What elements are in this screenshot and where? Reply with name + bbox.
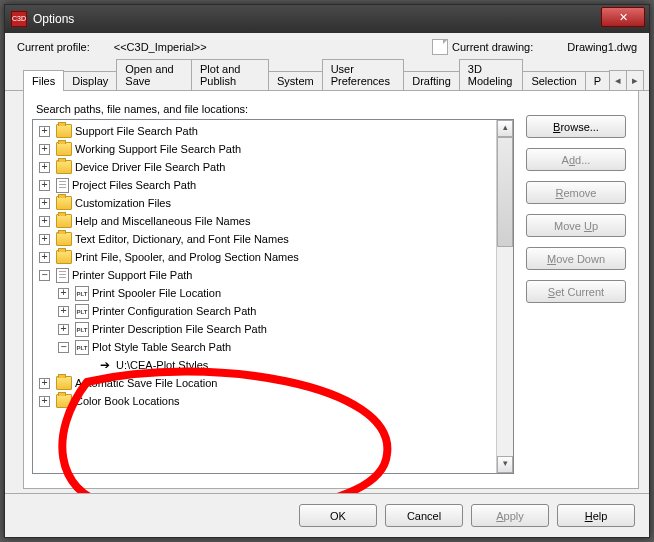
expand-icon[interactable]: + [58, 306, 69, 317]
expand-icon[interactable]: + [39, 216, 50, 227]
plt-file-icon: PLT [75, 340, 89, 355]
tree-node[interactable]: +Device Driver File Search Path [35, 158, 496, 176]
scroll-thumb[interactable] [497, 137, 513, 247]
tree-node-label: Support File Search Path [75, 125, 198, 137]
tree-node-label: Help and Miscellaneous File Names [75, 215, 250, 227]
tab-3d-modeling[interactable]: 3D Modeling [459, 59, 524, 90]
plt-file-icon: PLT [75, 286, 89, 301]
tree-node[interactable]: −Printer Support File Path [35, 266, 496, 284]
tree-node[interactable]: +Automatic Save File Location [35, 374, 496, 392]
apply-button[interactable]: Apply [471, 504, 549, 527]
drawing-icon [432, 39, 448, 55]
expand-icon[interactable]: + [58, 324, 69, 335]
tree-node[interactable]: ➔U:\CEA-Plot Styles [35, 356, 496, 374]
scrollbar-vertical[interactable]: ▴ ▾ [496, 120, 513, 473]
folder-icon [56, 232, 72, 246]
tree-node[interactable]: +Print File, Spooler, and Prolog Section… [35, 248, 496, 266]
button-column: Browse... Add... Remove Move Up Move Dow… [520, 99, 630, 480]
tree-node-label: Customization Files [75, 197, 171, 209]
drawing-label: Current drawing: [452, 41, 533, 53]
ok-button[interactable]: OK [299, 504, 377, 527]
scroll-up-button[interactable]: ▴ [497, 120, 513, 137]
tree-node-label: Plot Style Table Search Path [92, 341, 231, 353]
cancel-button[interactable]: Cancel [385, 504, 463, 527]
document-icon [56, 178, 69, 193]
tree-node-label: Print File, Spooler, and Prolog Section … [75, 251, 299, 263]
header-row: Current profile: <<C3D_Imperial>> Curren… [5, 33, 649, 57]
folder-icon [56, 376, 72, 390]
tree-node[interactable]: +Project Files Search Path [35, 176, 496, 194]
tree-node-label: Automatic Save File Location [75, 377, 217, 389]
folder-icon [56, 160, 72, 174]
scroll-track[interactable] [497, 137, 513, 456]
remove-button[interactable]: Remove [526, 181, 626, 204]
tree-node[interactable]: +Customization Files [35, 194, 496, 212]
tree-container: +Support File Search Path+Working Suppor… [32, 119, 514, 474]
folder-icon [56, 214, 72, 228]
tree-node-label: Device Driver File Search Path [75, 161, 225, 173]
expand-icon[interactable]: + [39, 234, 50, 245]
profile-value: <<C3D_Imperial>> [114, 41, 207, 53]
tree-node[interactable]: +Working Support File Search Path [35, 140, 496, 158]
tab-system[interactable]: System [268, 71, 323, 90]
expand-icon[interactable]: + [39, 198, 50, 209]
tree-node[interactable]: +Help and Miscellaneous File Names [35, 212, 496, 230]
plt-file-icon: PLT [75, 322, 89, 337]
tree-view[interactable]: +Support File Search Path+Working Suppor… [33, 120, 496, 473]
panel-caption: Search paths, file names, and file locat… [36, 103, 520, 115]
expand-icon[interactable]: + [39, 126, 50, 137]
tab-plot-and-publish[interactable]: Plot and Publish [191, 59, 269, 90]
drawing-value: Drawing1.dwg [567, 41, 637, 53]
app-icon: C3D [11, 11, 27, 27]
titlebar: C3D Options ✕ [5, 5, 649, 33]
expand-icon[interactable]: + [39, 396, 50, 407]
tab-scroll-left[interactable]: ◂ [609, 70, 627, 90]
tree-node[interactable]: +Text Editor, Dictionary, and Font File … [35, 230, 496, 248]
browse-button[interactable]: Browse... [526, 115, 626, 138]
tree-node[interactable]: +Color Book Locations [35, 392, 496, 410]
folder-icon [56, 142, 72, 156]
expand-icon[interactable]: + [39, 252, 50, 263]
tree-node-label: Printer Description File Search Path [92, 323, 267, 335]
dialog-footer: OK Cancel Apply Help [5, 493, 649, 537]
path-arrow-icon: ➔ [97, 358, 113, 372]
help-button[interactable]: Help [557, 504, 635, 527]
profile-label: Current profile: [17, 41, 90, 53]
options-dialog: C3D Options ✕ Current profile: <<C3D_Imp… [4, 4, 650, 538]
tree-node-label: Color Book Locations [75, 395, 180, 407]
expand-icon[interactable]: + [39, 162, 50, 173]
scroll-down-button[interactable]: ▾ [497, 456, 513, 473]
tab-p[interactable]: P [585, 71, 610, 90]
close-button[interactable]: ✕ [601, 7, 645, 27]
move-down-button[interactable]: Move Down [526, 247, 626, 270]
tree-node[interactable]: +PLTPrint Spooler File Location [35, 284, 496, 302]
folder-icon [56, 394, 72, 408]
tree-node-label: Printer Support File Path [72, 269, 192, 281]
tab-files[interactable]: Files [23, 70, 64, 91]
tab-open-and-save[interactable]: Open and Save [116, 59, 192, 90]
collapse-icon[interactable]: − [39, 270, 50, 281]
expand-icon[interactable]: + [39, 180, 50, 191]
expand-icon[interactable]: + [58, 288, 69, 299]
set-current-button[interactable]: Set Current [526, 280, 626, 303]
tree-node[interactable]: +Support File Search Path [35, 122, 496, 140]
tree-node-label: Working Support File Search Path [75, 143, 241, 155]
tree-node-label: Print Spooler File Location [92, 287, 221, 299]
expand-icon[interactable]: + [39, 144, 50, 155]
folder-icon [56, 196, 72, 210]
tab-scroll-right[interactable]: ▸ [626, 70, 644, 90]
add-button[interactable]: Add... [526, 148, 626, 171]
plt-file-icon: PLT [75, 304, 89, 319]
tree-node-label: U:\CEA-Plot Styles [116, 359, 208, 371]
move-up-button[interactable]: Move Up [526, 214, 626, 237]
tree-node[interactable]: +PLTPrinter Configuration Search Path [35, 302, 496, 320]
tab-drafting[interactable]: Drafting [403, 71, 460, 90]
tree-node[interactable]: +PLTPrinter Description File Search Path [35, 320, 496, 338]
tree-node-label: Printer Configuration Search Path [92, 305, 256, 317]
tab-display[interactable]: Display [63, 71, 117, 90]
tree-node[interactable]: −PLTPlot Style Table Search Path [35, 338, 496, 356]
tab-selection[interactable]: Selection [522, 71, 585, 90]
tab-user-preferences[interactable]: User Preferences [322, 59, 405, 90]
expand-icon[interactable]: + [39, 378, 50, 389]
collapse-icon[interactable]: − [58, 342, 69, 353]
